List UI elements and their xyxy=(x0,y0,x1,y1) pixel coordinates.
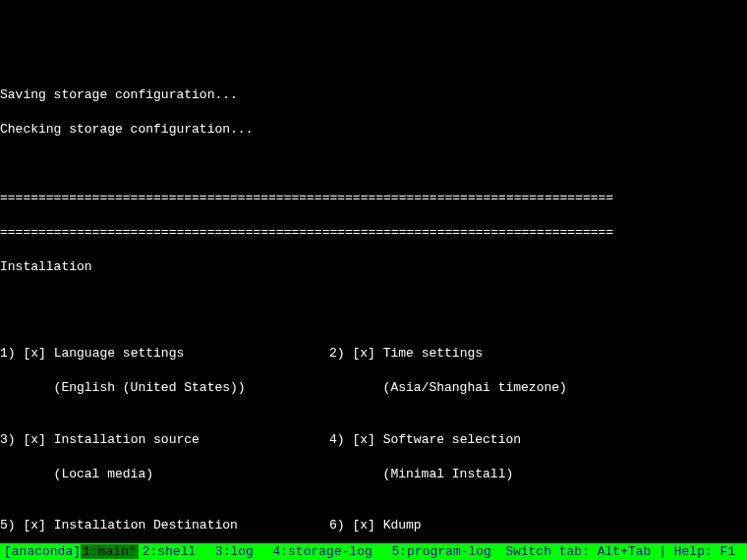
terminal-screen: Saving storage configuration... Checking… xyxy=(0,69,747,560)
status-hint-help: Help: F1 xyxy=(674,544,735,559)
status-tab-program-log[interactable]: 5:program-log xyxy=(392,544,491,559)
menu-detail: (Asia/Shanghai timezone) xyxy=(383,380,567,395)
menu-detail: (Local media) xyxy=(54,467,153,481)
menu-row-detail: (Local media) (Minimal Install) xyxy=(0,466,747,483)
menu-item[interactable]: 6) [x] Kdump xyxy=(329,518,422,532)
status-bar-right: Switch tab: Alt+Tab | Help: F1 xyxy=(505,543,743,560)
status-prefix: [anaconda] xyxy=(4,544,81,559)
status-line: Checking storage configuration... xyxy=(0,121,747,139)
status-bar: [anaconda]1:main*2:shell 3:log 4:storage… xyxy=(0,543,747,560)
status-line: Saving storage configuration... xyxy=(0,86,747,104)
menu-row: 5) [x] Installation Destination 6) [x] K… xyxy=(0,517,747,534)
status-bar-left: [anaconda]1:main*2:shell 3:log 4:storage… xyxy=(4,543,495,560)
menu-row: 1) [x] Language settings 2) [x] Time set… xyxy=(0,345,747,363)
blank xyxy=(0,155,747,173)
menu-item[interactable]: 3) [x] Installation source xyxy=(0,432,200,447)
menu-detail: (Minimal Install) xyxy=(383,467,514,481)
menu-item[interactable]: 4) [x] Software selection xyxy=(329,432,521,447)
status-tab-log[interactable]: 3:log xyxy=(215,544,254,559)
divider: ========================================… xyxy=(0,224,747,242)
status-tab-main[interactable]: 1:main* xyxy=(81,544,139,559)
divider: ========================================… xyxy=(0,190,747,207)
blank xyxy=(0,293,747,310)
menu-detail: (English (United States)) xyxy=(54,380,246,395)
menu-item[interactable]: 1) [x] Language settings xyxy=(0,346,184,361)
menu-row: 3) [x] Installation source 4) [x] Softwa… xyxy=(0,431,747,449)
menu-item[interactable]: 5) [x] Installation Destination xyxy=(0,518,238,532)
section-title: Installation xyxy=(0,258,747,276)
status-tab-storage-log[interactable]: 4:storage-log xyxy=(272,544,372,559)
menu-item[interactable]: 2) [x] Time settings xyxy=(329,346,483,361)
menu-row-detail: (English (United States)) (Asia/Shanghai… xyxy=(0,379,747,397)
status-tab-shell[interactable]: 2:shell xyxy=(143,544,197,559)
status-hint-switch: Switch tab: Alt+Tab xyxy=(505,544,651,559)
